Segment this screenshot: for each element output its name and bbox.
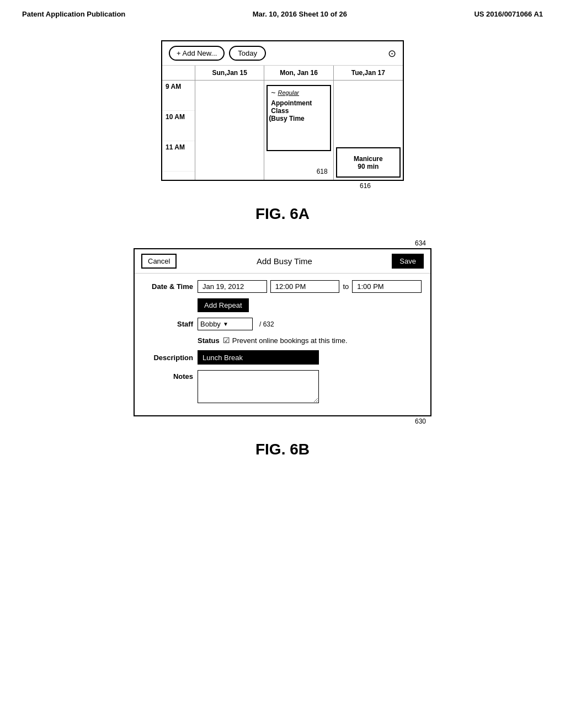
appt-item-appointment: Appointment [271,99,326,107]
form-toolbar: Cancel Add Busy Time Save [135,249,430,274]
dropdown-arrow-icon: ▼ [223,321,228,327]
staff-select[interactable]: Bobby ▼ [198,318,253,330]
time-9am: 9 AM [162,81,195,111]
cal-header-sun: Sun,Jan 15 [195,66,264,80]
description-row: Description [143,350,422,365]
today-button[interactable]: Today [229,46,266,61]
start-time-input[interactable] [270,280,340,293]
appt-item-class: Class [271,107,326,115]
time-column: 9 AM 10 AM 11 AM [162,81,195,180]
status-label: Status [198,336,220,345]
ref-634: 634 [415,239,426,247]
fig6a-container: + Add New... Today ⊙ Sun,Jan 15 Mon, Jan… [161,40,404,190]
calendar-body: 9 AM 10 AM 11 AM ~ Regular Appointment [162,81,403,180]
manicure-block: Manicure 90 min [336,147,401,178]
ref-632-curve: / [259,320,261,328]
staff-value: Bobby [200,320,221,328]
fig6b-container: 634 Cancel Add Busy Time Save Date & Tim… [134,239,431,425]
content-area: + Add New... Today ⊙ Sun,Jan 15 Mon, Jan… [0,24,565,475]
save-button[interactable]: Save [392,254,424,269]
date-time-row: Date & Time to [143,280,422,293]
ref-618: 618 [317,168,328,175]
notes-input[interactable] [198,370,319,403]
patent-header: Patent Application Publication Mar. 10, … [0,0,565,24]
settings-icon[interactable]: ⊙ [388,47,396,60]
day-col-mon: ~ Regular Appointment Class Busy Time ( … [264,81,333,180]
notes-row: Notes [143,370,422,403]
day-col-tue: Manicure 90 min [334,81,403,180]
status-text: Prevent online bookings at this time. [232,336,348,345]
cal-header-mon: Mon, Jan 16 [264,66,333,80]
patent-left: Patent Application Publication [22,10,125,18]
calendar-toolbar: + Add New... Today ⊙ [162,41,403,66]
date-time-label: Date & Time [143,282,193,291]
ref-632: / 632 [259,320,274,328]
fig6a-label: FIG. 6A [255,205,310,223]
end-time-input[interactable] [352,280,422,293]
add-repeat-button[interactable]: Add Repeat [198,298,249,312]
add-new-button[interactable]: + Add New... [169,46,225,61]
description-input[interactable] [198,350,319,365]
ref-630: 630 [415,417,426,425]
add-repeat-row: Add Repeat [143,298,422,312]
tilde-icon: ~ [271,88,275,97]
day-col-sun [195,81,264,180]
status-checkbox[interactable]: ☑ [223,336,230,345]
time-11am: 11 AM [162,141,195,172]
form-title: Add Busy Time [177,256,392,266]
form-widget: Cancel Add Busy Time Save Date & Time to… [134,248,431,416]
staff-label: Staff [143,320,193,328]
ref-616: 616 [360,182,371,190]
manicure-line2: 90 min [358,163,379,170]
status-row: Status ☑ Prevent online bookings at this… [143,336,422,345]
date-input[interactable] [198,280,267,293]
calendar-header-row: Sun,Jan 15 Mon, Jan 16 Tue,Jan 17 [162,66,403,81]
description-label: Description [143,354,193,362]
cal-header-tue: Tue,Jan 17 [334,66,403,80]
fig6b-label: FIG. 6B [255,441,310,458]
appt-item-busytime: Busy Time [271,115,326,122]
notes-label: Notes [143,370,193,381]
form-body: Date & Time to Add Repeat Staff Bobby ▼ [135,274,430,415]
patent-right: US 2016/0071066 A1 [474,10,543,18]
time-10am: 10 AM [162,111,195,141]
manicure-line1: Manicure [354,155,383,163]
appt-items: Appointment Class Busy Time [271,99,326,122]
calendar-widget: + Add New... Today ⊙ Sun,Jan 15 Mon, Jan… [161,40,404,181]
appointment-block: ~ Regular Appointment Class Busy Time ( [266,85,331,151]
staff-row: Staff Bobby ▼ / 632 [143,318,422,330]
appt-paren: ( [269,114,271,122]
patent-center: Mar. 10, 2016 Sheet 10 of 26 [253,10,347,18]
cancel-button[interactable]: Cancel [141,254,177,269]
to-label: to [343,282,349,291]
cal-header-empty [162,66,195,80]
appt-regular-label: Regular [278,89,300,96]
